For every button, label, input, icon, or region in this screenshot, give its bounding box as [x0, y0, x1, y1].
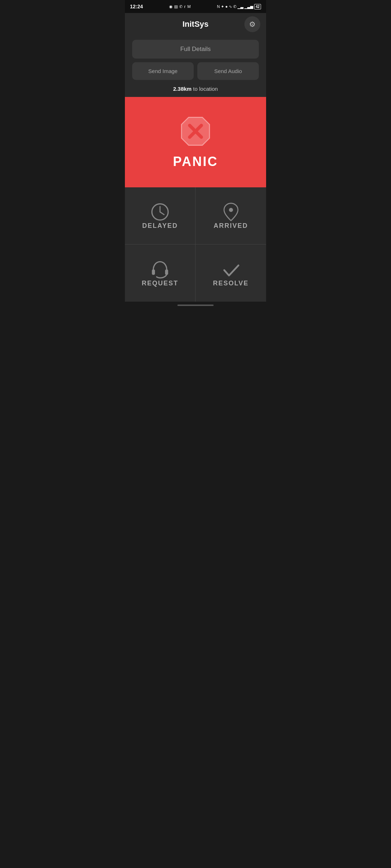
headset-icon: [150, 259, 170, 280]
sms-icon: ▤: [174, 4, 178, 9]
svg-rect-7: [152, 269, 155, 275]
panic-button[interactable]: PANIC: [125, 97, 266, 187]
nfc-icon: N: [217, 4, 220, 9]
app-title: InitSys: [182, 20, 209, 29]
arrived-label: ARRIVED: [214, 222, 248, 230]
main-content: Full Details Send Image Send Audio 2.38k…: [125, 35, 266, 97]
calls-icon: ✆: [179, 4, 182, 9]
panic-icon: [179, 115, 212, 148]
clock-icon: [150, 202, 170, 222]
location-pin-icon: [221, 202, 241, 222]
delayed-button[interactable]: DELAYED: [125, 187, 196, 244]
send-audio-button[interactable]: Send Audio: [197, 62, 259, 80]
resolve-button[interactable]: RESOLVE: [196, 244, 266, 302]
twitter-icon: 𝕣: [184, 4, 186, 9]
phone-icon: ✆: [233, 4, 236, 9]
gear-icon: ⚙: [249, 20, 256, 29]
action-grid: DELAYED ARRIVED REQUEST RESOLVE: [125, 187, 266, 302]
bluetooth-icon: ✦: [221, 4, 224, 9]
home-indicator: [125, 302, 266, 309]
distance-info: 2.38km to location: [125, 84, 266, 97]
distance-value: 2.38km: [173, 86, 192, 92]
status-right-icons: N ✦ ● ∿ ✆ ▁▃ ▁▃▅ 42: [217, 4, 261, 9]
signal1-icon: ▁▃: [237, 4, 243, 9]
full-details-button[interactable]: Full Details: [132, 40, 259, 59]
svg-point-6: [229, 208, 233, 212]
battery-indicator: 42: [254, 4, 261, 9]
signal2-icon: ▁▃▅: [244, 4, 253, 9]
whatsapp-icon: ◉: [169, 4, 173, 9]
arrived-button[interactable]: ARRIVED: [196, 187, 266, 244]
location-icon: ●: [225, 4, 228, 9]
send-image-button[interactable]: Send Image: [132, 62, 194, 80]
status-bar: 12:24 ◉ ▤ ✆ 𝕣 M N ✦ ● ∿ ✆ ▁▃ ▁▃▅ 42: [125, 0, 266, 13]
svg-line-5: [160, 212, 164, 214]
wifi-icon: ∿: [229, 4, 232, 9]
status-icons: ◉ ▤ ✆ 𝕣 M: [169, 4, 190, 9]
status-time: 12:24: [130, 4, 143, 9]
request-button[interactable]: REQUEST: [125, 244, 196, 302]
resolve-label: RESOLVE: [213, 280, 249, 287]
request-label: REQUEST: [142, 280, 178, 287]
delayed-label: DELAYED: [142, 222, 178, 230]
checkmark-icon: [221, 259, 241, 280]
app-header: InitSys ⚙: [125, 13, 266, 35]
panic-label: PANIC: [173, 154, 218, 169]
settings-button[interactable]: ⚙: [244, 16, 260, 32]
distance-label: to location: [193, 86, 218, 92]
home-bar: [177, 305, 214, 306]
action-row: Send Image Send Audio: [132, 62, 259, 80]
gmail-icon: M: [187, 4, 190, 9]
